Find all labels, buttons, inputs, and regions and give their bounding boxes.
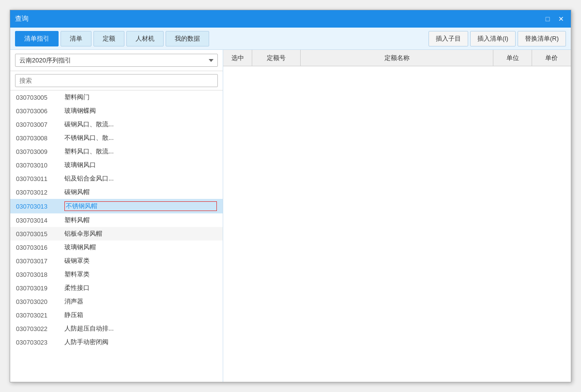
list-item[interactable]: 030703020 消声器 [10, 295, 223, 308]
content-area: 云南2020序列指引 030703005 塑料阀门 030703006 玻璃钢蝶… [10, 50, 571, 382]
list-item[interactable]: 030703012 碳钢风帽 [10, 185, 223, 199]
insert-child-button[interactable]: 插入子目 [428, 31, 468, 46]
col-header-name: 定额名称 [301, 50, 493, 66]
item-name: 塑料风帽 [64, 216, 217, 225]
item-code: 030703016 [16, 244, 64, 251]
list-item[interactable]: 030703010 玻璃钢风口 [10, 158, 223, 172]
left-panel: 云南2020序列指引 030703005 塑料阀门 030703006 玻璃钢蝶… [10, 50, 223, 382]
list-item[interactable]: 030703005 塑料阀门 [10, 90, 223, 104]
item-name: 柔性接口 [64, 284, 217, 292]
item-code: 030703012 [16, 189, 64, 196]
item-code: 030703013 [16, 203, 64, 210]
window-title: 查询 [15, 15, 543, 23]
list-item[interactable]: 030703014 塑料风帽 [10, 213, 223, 227]
item-name: 人防超压自动排... [64, 324, 217, 333]
tab-qingdan[interactable]: 清单 [61, 31, 92, 46]
list-item[interactable]: 030703022 人防超压自动排... [10, 322, 223, 335]
tab-qingdan-zhiyin[interactable]: 清单指引 [15, 31, 59, 46]
series-dropdown[interactable]: 云南2020序列指引 [15, 54, 218, 67]
item-code: 030703021 [16, 312, 64, 319]
item-name: 静压箱 [64, 311, 217, 319]
item-code: 030703005 [16, 94, 64, 101]
item-name: 玻璃钢蝶阀 [64, 106, 217, 115]
item-code: 030703019 [16, 285, 64, 292]
item-name-highlighted: 不锈钢风帽 [64, 201, 217, 211]
right-header: 选中 定额号 定额名称 单位 单价 [223, 50, 571, 66]
close-button[interactable]: ✕ [556, 14, 566, 24]
list-item[interactable]: 030703016 玻璃钢风帽 [10, 241, 223, 254]
item-code: 030703009 [16, 148, 64, 155]
item-name: 塑料罩类 [64, 270, 217, 279]
right-content [223, 66, 571, 382]
col-header-code: 定额号 [252, 50, 301, 66]
list-item[interactable]: 030703015 铝板伞形风帽 [10, 227, 223, 241]
list-item[interactable]: 030703008 不锈钢风口、散... [10, 131, 223, 145]
toolbar: 清单指引 清单 定额 人材机 我的数据 插入子目 插入清单(I) 替换清单(R) [10, 28, 571, 50]
item-code: 030703007 [16, 121, 64, 128]
item-code: 030703023 [16, 339, 64, 346]
list-item[interactable]: 030703006 玻璃钢蝶阀 [10, 104, 223, 118]
list-item[interactable]: 030703021 静压箱 [10, 308, 223, 322]
replace-bill-button[interactable]: 替换清单(R) [518, 31, 566, 46]
item-code: 030703011 [16, 175, 64, 182]
item-name: 塑料风口、散流... [64, 147, 217, 156]
item-code: 030703014 [16, 217, 64, 224]
item-name: 碳钢罩类 [64, 256, 217, 265]
item-name: 消声器 [64, 297, 217, 306]
item-code: 030703020 [16, 298, 64, 305]
minimize-button[interactable]: □ [543, 14, 552, 24]
dropdown-row: 云南2020序列指引 [10, 50, 223, 71]
col-header-selected: 选中 [223, 50, 252, 66]
item-code: 030703018 [16, 271, 64, 278]
right-panel: 选中 定额号 定额名称 单位 单价 [223, 50, 571, 382]
search-input[interactable] [15, 74, 218, 87]
item-name: 玻璃钢风口 [64, 161, 217, 169]
list-item[interactable]: 030703011 铝及铝合金风口... [10, 172, 223, 185]
main-window: 查询 □ ✕ 清单指引 清单 定额 人材机 我的数据 插入子目 插入清单(I) … [10, 10, 571, 382]
list-item[interactable]: 030703009 塑料风口、散流... [10, 145, 223, 158]
titlebar-controls: □ ✕ [543, 14, 566, 24]
list-item[interactable]: 030703017 碳钢罩类 [10, 254, 223, 268]
list-item-selected[interactable]: 030703013 不锈钢风帽 [10, 199, 223, 213]
item-name: 塑料阀门 [64, 93, 217, 102]
search-row [10, 71, 223, 90]
item-name: 人防手动密闭阀 [64, 338, 217, 347]
item-name: 不锈钢风口、散... [64, 134, 217, 142]
list-item[interactable]: 030703018 塑料罩类 [10, 268, 223, 281]
titlebar: 查询 □ ✕ [10, 10, 571, 28]
item-name: 碳钢风帽 [64, 188, 217, 196]
list-item[interactable]: 030703007 碳钢风口、散流... [10, 118, 223, 131]
tab-rencaiji[interactable]: 人材机 [126, 31, 164, 46]
item-code: 030703010 [16, 162, 64, 169]
item-name: 铝及铝合金风口... [64, 174, 217, 183]
tab-wode-shuju[interactable]: 我的数据 [166, 31, 209, 46]
item-code: 030703008 [16, 135, 64, 142]
insert-bill-button[interactable]: 插入清单(I) [470, 31, 516, 46]
item-name: 玻璃钢风帽 [64, 243, 217, 252]
item-name: 碳钢风口、散流... [64, 120, 217, 129]
item-code: 030703015 [16, 230, 64, 238]
item-code: 030703022 [16, 325, 64, 332]
list-item[interactable]: 030703023 人防手动密闭阀 [10, 335, 223, 349]
col-header-price: 单价 [532, 50, 571, 66]
item-list: 030703005 塑料阀门 030703006 玻璃钢蝶阀 030703007… [10, 90, 223, 382]
item-code: 030703017 [16, 257, 64, 265]
tab-dinge[interactable]: 定额 [93, 31, 124, 46]
col-header-unit: 单位 [493, 50, 532, 66]
item-code: 030703006 [16, 107, 64, 115]
item-name: 铝板伞形风帽 [64, 229, 217, 238]
list-item[interactable]: 030703019 柔性接口 [10, 281, 223, 295]
